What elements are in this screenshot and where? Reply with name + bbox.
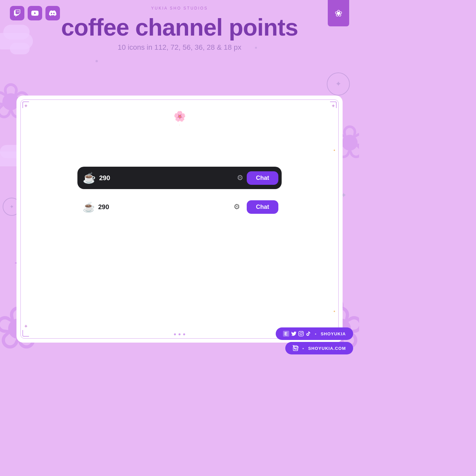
preview-area: ☕ 290 ⚙ Chat ☕ 290 ⚙ Chat (26, 167, 333, 218)
sakura-decoration: 🌸 · (26, 110, 333, 127)
points-count-light: 290 (98, 203, 230, 211)
card-sparkle-bl: ✦ (24, 323, 28, 329)
card-dots (174, 333, 185, 335)
chat-button-dark[interactable]: Chat (247, 171, 278, 185)
instagram-icon (298, 331, 304, 336)
website-bar[interactable]: • SHOYUKIA.COM (285, 342, 353, 354)
card-sparkle-tl: ✦ (24, 103, 28, 109)
website-label: SHOYUKIA.COM (308, 346, 346, 351)
twitter-icon (291, 331, 296, 336)
social-label: SHOYUKIA (321, 331, 346, 336)
card-corner-bl (22, 330, 29, 337)
cart-icon (293, 345, 298, 351)
channel-bar-light: ☕ 290 ⚙ Chat (77, 196, 282, 218)
coffee-icon-dark: ☕ (83, 172, 96, 184)
card-dot-2 (179, 333, 181, 335)
channel-bar-dark: ☕ 290 ⚙ Chat (77, 167, 282, 189)
svg-point-1 (297, 350, 298, 351)
circle-decoration: ✦ (327, 72, 350, 96)
tiktok-icon (306, 331, 311, 336)
card-sparkle-r2: ● (333, 148, 335, 152)
page-subtitle: 10 icons in 112, 72, 56, 36, 28 & 18 px (0, 43, 359, 52)
studio-label: YUKIA SHO STUDIOS (10, 6, 349, 11)
social-bar: E • SHOYUKIA (276, 327, 353, 340)
card-dot-1 (174, 333, 176, 335)
card-sparkle-tr: ✦ (331, 103, 335, 109)
card-sparkle-br: ● (333, 309, 335, 313)
social-icons: E (283, 331, 311, 337)
gear-icon-light[interactable]: ⚙ (234, 203, 240, 211)
main-card: 🌸 · ✦ ✦ ✦ ● ● ☕ 290 ⚙ Chat ☕ 290 ⚙ Chat (16, 96, 343, 343)
card-border (20, 99, 339, 339)
svg-point-0 (294, 350, 295, 351)
gear-icon-dark[interactable]: ⚙ (237, 174, 243, 182)
card-dot-3 (183, 333, 185, 335)
chat-button-light[interactable]: Chat (247, 200, 278, 214)
page-title: coffee channel points (0, 14, 359, 41)
etsy-icon: E (283, 331, 289, 337)
header: YUKIA SHO STUDIOS ❀ (0, 0, 359, 11)
points-count-dark: 290 (99, 174, 234, 182)
coffee-icon-light: ☕ (83, 201, 95, 213)
